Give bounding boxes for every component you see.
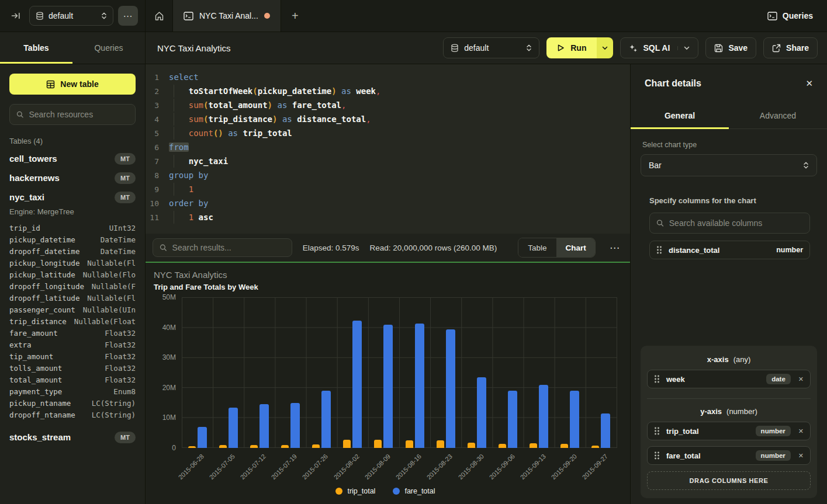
bar-fare_total[interactable] — [477, 377, 486, 448]
results-more-button[interactable]: ⋯ — [606, 242, 623, 254]
bar-fare_total[interactable] — [229, 408, 238, 448]
code-line[interactable]: 6from — [146, 140, 630, 154]
run-button-main[interactable]: Run — [546, 37, 597, 58]
sidebar-tab-queries[interactable]: Queries — [72, 32, 145, 64]
code-token: count — [189, 128, 213, 138]
share-icon — [772, 44, 781, 53]
new-table-button[interactable]: New table — [9, 74, 136, 95]
code-line[interactable]: 4 sum(trip_distance) as distance_total, — [146, 112, 630, 126]
y-axis-tick: 30M — [162, 353, 176, 362]
query-tab-active[interactable]: NYC Taxi Anal... — [173, 0, 281, 32]
line-number: 8 — [146, 171, 169, 180]
legend-item[interactable]: trip_total — [335, 487, 375, 495]
resources-search[interactable] — [9, 104, 136, 125]
close-panel-button[interactable]: ✕ — [805, 78, 813, 89]
bar-fare_total[interactable] — [508, 391, 517, 448]
code-line[interactable]: 3 sum(total_amount) as fare_total, — [146, 98, 630, 112]
code-text: 1 asc — [169, 213, 213, 222]
bar-trip_total[interactable] — [499, 444, 506, 448]
sidebar-more-button[interactable]: ⋯ — [118, 6, 138, 26]
bar-trip_total[interactable] — [343, 440, 351, 448]
column-type-badge: number — [756, 450, 791, 461]
code-line[interactable]: 2 toStartOfWeek(pickup_datetime) as week… — [146, 84, 630, 98]
bar-fare_total[interactable] — [570, 391, 579, 448]
bar-fare_total[interactable] — [290, 403, 300, 448]
bar-fare_total[interactable] — [601, 413, 610, 448]
drag-handle-icon[interactable] — [656, 246, 662, 254]
bar-trip_total[interactable] — [406, 440, 413, 448]
drag-handle-icon[interactable] — [654, 375, 660, 383]
code-line[interactable]: 1select — [146, 70, 630, 84]
line-number: 3 — [146, 101, 169, 110]
column-pill-row[interactable]: weekdate✕ — [647, 370, 811, 388]
columns-search[interactable] — [649, 213, 810, 234]
column-row: pickup_latitudeNullable(Flo — [9, 269, 136, 280]
query-tab-title: NYC Taxi Anal... — [199, 11, 258, 20]
code-line[interactable]: 7 nyc_taxi — [146, 154, 630, 168]
bar-fare_total[interactable] — [352, 321, 362, 448]
code-line[interactable]: 9 1 — [146, 182, 630, 196]
columns-search-input[interactable] — [669, 218, 803, 228]
panel-tab-general[interactable]: General — [631, 102, 729, 128]
table-name: cell_towers — [9, 154, 57, 164]
column-type-badge: number — [776, 246, 803, 254]
bar-trip_total[interactable] — [374, 440, 382, 448]
resources-search-input[interactable] — [29, 110, 129, 119]
results-search-input[interactable] — [172, 243, 285, 252]
sql-editor[interactable]: 1select2 toStartOfWeek(pickup_datetime) … — [146, 64, 630, 234]
bar-fare_total[interactable] — [198, 427, 207, 448]
header-database-selector[interactable]: default — [443, 37, 539, 58]
line-number: 9 — [146, 185, 169, 194]
bar-fare_total[interactable] — [321, 391, 331, 448]
code-text: nyc_taxi — [169, 157, 228, 166]
remove-column-button[interactable]: ✕ — [797, 427, 804, 435]
x-axis-label: 2015-08-23 — [431, 448, 462, 482]
run-options-caret[interactable] — [597, 37, 613, 58]
view-toggle-table[interactable]: Table — [518, 238, 556, 257]
column-pill-row[interactable]: distance_totalnumber — [649, 241, 810, 259]
collapse-sidebar-button[interactable] — [7, 7, 25, 25]
legend-item[interactable]: fare_total — [393, 487, 435, 495]
chart-type-select[interactable]: Bar — [641, 154, 817, 176]
column-pill-row[interactable]: trip_totalnumber✕ — [647, 422, 811, 440]
panel-tab-advanced[interactable]: Advanced — [729, 102, 827, 128]
drop-zone[interactable]: DRAG COLUMNS HERE — [647, 471, 811, 490]
bar-trip_total[interactable] — [468, 443, 475, 448]
table-row[interactable]: cell_towersMT — [9, 149, 136, 168]
column-name: pickup_datetime — [9, 235, 75, 244]
view-toggle-chart[interactable]: Chart — [556, 238, 596, 257]
table-row[interactable]: stocks_streamMT — [9, 427, 136, 447]
sidebar-database-selector[interactable]: default — [29, 6, 113, 26]
bar-trip_total[interactable] — [437, 440, 444, 448]
code-line[interactable]: 8group by — [146, 168, 630, 182]
bar-fare_total[interactable] — [259, 404, 269, 448]
bar-trip_total[interactable] — [530, 443, 537, 448]
remove-column-button[interactable]: ✕ — [797, 452, 804, 460]
code-line[interactable]: 11 1 asc — [146, 210, 630, 224]
run-button[interactable]: Run — [546, 37, 613, 58]
sql-ai-caret[interactable] — [677, 46, 690, 50]
code-line[interactable]: 5 count() as trip_total — [146, 126, 630, 140]
sidebar-tab-tables[interactable]: Tables — [0, 32, 72, 64]
bar-fare_total[interactable] — [383, 325, 393, 448]
bar-fare_total[interactable] — [539, 385, 548, 448]
table-row[interactable]: nyc_taxiMT — [9, 187, 136, 207]
remove-column-button[interactable]: ✕ — [797, 376, 804, 383]
drag-handle-icon[interactable] — [654, 427, 660, 435]
code-line[interactable]: 10order by — [146, 196, 630, 210]
home-button[interactable] — [146, 0, 173, 32]
search-icon — [16, 110, 23, 119]
results-search[interactable] — [153, 238, 292, 257]
bar-fare_total[interactable] — [446, 329, 455, 448]
sql-ai-button[interactable]: SQL AI — [620, 37, 698, 58]
save-button[interactable]: Save — [705, 37, 756, 58]
bar-trip_total[interactable] — [560, 444, 568, 448]
share-button[interactable]: Share — [763, 37, 818, 58]
column-pill-row[interactable]: fare_totalnumber✕ — [647, 446, 811, 465]
drag-handle-icon[interactable] — [654, 451, 660, 460]
new-tab-button[interactable]: + — [281, 0, 309, 32]
table-row[interactable]: hackernewsMT — [9, 168, 136, 187]
queries-button[interactable]: Queries — [753, 0, 827, 32]
column-type: Nullable(F — [92, 282, 136, 291]
bar-fare_total[interactable] — [415, 324, 424, 448]
